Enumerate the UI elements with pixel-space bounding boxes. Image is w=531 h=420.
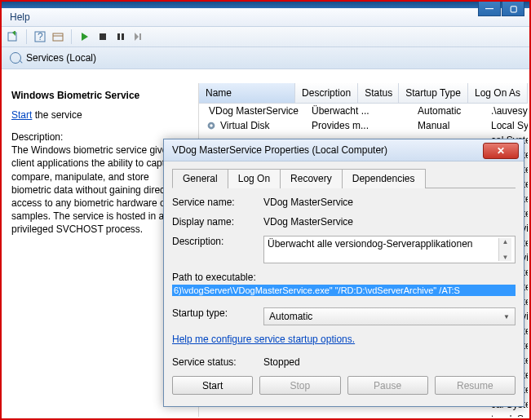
svg-rect-8 — [139, 33, 141, 40]
col-logon-as[interactable]: Log On As — [468, 83, 528, 103]
help-configure-link[interactable]: Help me configure service startup option… — [172, 334, 355, 345]
service-status-label: Service status: — [172, 356, 263, 368]
dialog-tabs: General Log On Recovery Dependencies — [172, 168, 516, 188]
dialog-titlebar[interactable]: VDog MasterService Properties (Local Com… — [164, 139, 524, 161]
start-suffix: the service — [32, 109, 82, 121]
svg-text:?: ? — [38, 31, 43, 42]
pause-icon[interactable] — [114, 30, 127, 43]
table-row[interactable]: Virtual DiskProvides m...ManualLocal Sys… — [199, 118, 528, 133]
col-startup-type[interactable]: Startup Type — [399, 83, 468, 103]
toolbar: ? — [2, 27, 529, 47]
description-label: Description: — [172, 236, 263, 247]
display-name-value: VDog MasterService — [263, 216, 516, 228]
help-icon[interactable]: ? — [33, 30, 46, 43]
minimize-button[interactable]: — — [478, 2, 501, 16]
dialog-close-button[interactable]: ✕ — [483, 143, 519, 159]
table-row[interactable]: twork S... — [199, 412, 528, 417]
stop-icon[interactable] — [96, 30, 109, 43]
tab-recovery[interactable]: Recovery — [280, 169, 343, 188]
tab-logon[interactable]: Log On — [228, 169, 281, 188]
start-button[interactable]: Start — [172, 376, 253, 395]
startup-type-label: Startup type: — [172, 307, 263, 319]
col-status[interactable]: Status — [358, 83, 399, 103]
services-icon — [10, 52, 21, 64]
service-name-value: VDog MasterService — [263, 197, 516, 208]
tab-general[interactable]: General — [172, 169, 228, 188]
tab-dependencies[interactable]: Dependencies — [342, 169, 426, 188]
menu-help[interactable]: Help — [10, 11, 30, 23]
display-name-label: Display name: — [172, 216, 263, 228]
maximize-button[interactable]: ▢ — [502, 2, 524, 16]
description-scrollbar[interactable]: ▲▼ — [498, 238, 511, 261]
desc-text: The Windows biometric service gives clie… — [11, 144, 182, 235]
pause-button[interactable]: Pause — [347, 376, 428, 395]
svg-rect-3 — [53, 33, 63, 41]
start-service-link[interactable]: Start — [11, 109, 32, 121]
desc-label: Description: — [11, 131, 63, 143]
service-name-label: Service name: — [172, 197, 263, 208]
properties-dialog: VDog MasterService Properties (Local Com… — [163, 139, 524, 407]
resume-button[interactable]: Resume — [435, 376, 516, 395]
play-icon[interactable] — [78, 30, 91, 43]
service-status-value: Stopped — [263, 356, 516, 368]
detail-title: Windows Biometric Service — [11, 90, 190, 101]
pane-title: Services (Local) — [26, 52, 96, 64]
path-label: Path to executable: — [172, 272, 516, 283]
svg-rect-7 — [122, 33, 124, 40]
table-row[interactable]: VDog MasterServiceÜberwacht ...Automatic… — [199, 104, 528, 118]
pane-header: Services (Local) — [2, 47, 529, 69]
description-text: Überwacht alle versiondog-Serverapplikat… — [268, 238, 498, 261]
chevron-down-icon: ▼ — [503, 313, 510, 321]
svg-rect-5 — [100, 33, 106, 40]
svg-point-12 — [210, 124, 213, 127]
dialog-title: VDog MasterService Properties (Local Com… — [172, 144, 387, 156]
properties-icon[interactable] — [51, 30, 64, 43]
menu-bar: Help — [2, 8, 529, 27]
col-description[interactable]: Description — [295, 83, 358, 103]
export-icon[interactable] — [7, 30, 20, 43]
svg-rect-6 — [117, 33, 120, 40]
col-name[interactable]: Name — [199, 83, 295, 103]
restart-icon[interactable] — [132, 30, 145, 43]
description-textarea[interactable]: Überwacht alle versiondog-Serverapplikat… — [263, 236, 516, 263]
stop-button[interactable]: Stop — [259, 376, 340, 395]
startup-type-select[interactable]: Automatic ▼ — [263, 307, 516, 325]
column-headers: Name Description Status Startup Type Log… — [199, 83, 528, 104]
startup-type-value: Automatic — [269, 311, 312, 322]
path-value[interactable]: 6)\vdogServer\VDogMasterService.exe" "/R… — [172, 285, 516, 296]
window-titlebar — [2, 2, 529, 8]
